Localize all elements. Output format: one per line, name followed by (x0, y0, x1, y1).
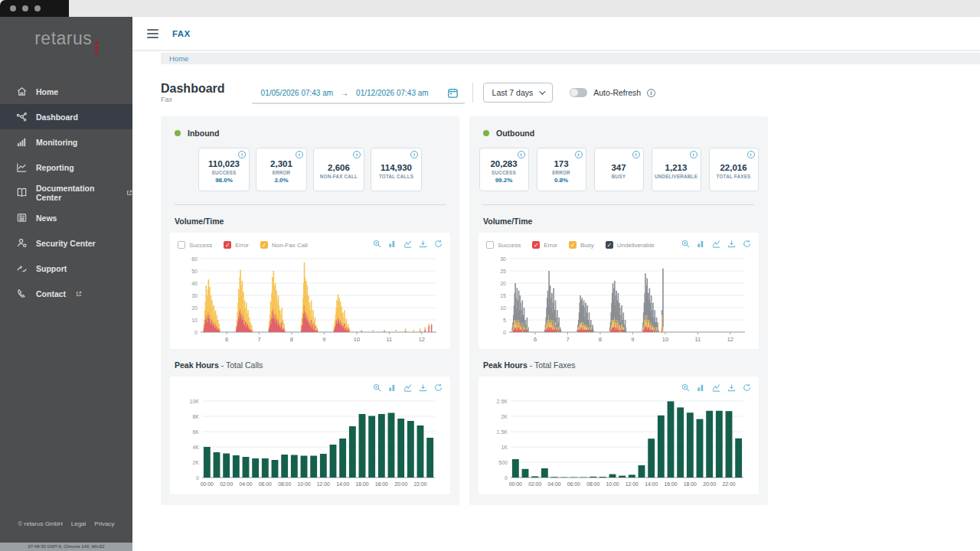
section-title-text: Volume/Time (483, 217, 532, 226)
sidebar-item-home[interactable]: Home (0, 79, 132, 104)
info-icon[interactable] (647, 89, 655, 97)
info-icon[interactable] (410, 151, 418, 158)
stat-card-undeliverable: 1,213 UNDELIVERABLE (652, 148, 701, 191)
info-icon[interactable] (575, 151, 583, 158)
sidebar-item-support[interactable]: Support (0, 256, 132, 281)
info-icon[interactable] (690, 151, 697, 158)
download-icon[interactable] (419, 240, 427, 248)
zoom-in-icon[interactable] (373, 383, 381, 392)
date-range-picker[interactable]: 01/05/2026 07:43 am → 01/12/2026 07:43 a… (252, 83, 465, 104)
download-icon[interactable] (727, 383, 736, 392)
refresh-icon[interactable] (743, 240, 751, 248)
window-minimize-button[interactable] (22, 5, 28, 11)
info-icon[interactable] (747, 151, 755, 158)
legend-nonfax[interactable]: ✓ Non-Fax Call (260, 241, 308, 249)
svg-text:2.5K: 2.5K (497, 399, 508, 404)
stat-card-busy: 347 BUSY (594, 148, 644, 191)
legend-success[interactable]: Success (178, 241, 212, 249)
checkbox-checked[interactable]: ✓ (569, 241, 577, 249)
time-range-dropdown[interactable]: Last 7 days (483, 83, 554, 103)
window-zoom-button[interactable] (34, 5, 41, 11)
legend-label: Non-Fax Call (272, 242, 308, 249)
checkbox-unchecked[interactable] (486, 241, 494, 249)
axis-scale-icon[interactable] (712, 240, 720, 248)
legend-error[interactable]: ✓ Error (532, 241, 557, 249)
svg-text:12: 12 (419, 336, 425, 343)
stat-label: NON-FAX CALL (320, 174, 358, 179)
checkbox-unchecked[interactable] (178, 241, 185, 249)
outbound-panel-header: Outbound (469, 116, 768, 138)
bar-chart-icon[interactable] (388, 383, 397, 392)
sidebar-item-security-center[interactable]: Security Center (0, 230, 132, 256)
bar-chart-icon[interactable] (697, 383, 705, 392)
legend-success[interactable]: Success (486, 241, 521, 249)
info-icon[interactable] (632, 151, 640, 158)
svg-text:8: 8 (599, 336, 602, 343)
sidebar-item-reporting[interactable]: Reporting (0, 155, 132, 180)
download-icon[interactable] (727, 240, 736, 248)
inbound-volume-title: Volume/Time (175, 217, 459, 226)
section-subtitle-text: - Total Calls (221, 360, 263, 370)
phone-icon (16, 288, 28, 299)
legend-undeliverable[interactable]: ✓ Undeliverable (606, 241, 655, 249)
checkbox-checked[interactable]: ✓ (224, 241, 231, 249)
checkbox-checked[interactable]: ✓ (606, 241, 613, 249)
svg-text:15: 15 (500, 293, 506, 298)
chart-toolbar (681, 240, 751, 248)
date-from-field[interactable]: 01/05/2026 07:43 am (261, 89, 334, 97)
logo-text: retarus (34, 28, 92, 48)
checkbox-checked[interactable]: ✓ (260, 241, 268, 249)
refresh-icon[interactable] (434, 240, 443, 248)
hamburger-menu-icon[interactable] (147, 29, 158, 38)
privacy-link[interactable]: Privacy (94, 520, 114, 527)
chart-toolbar (373, 383, 443, 392)
refresh-icon[interactable] (434, 383, 443, 392)
breadcrumb-home-link[interactable]: Home (169, 54, 188, 63)
svg-text:8K: 8K (192, 414, 199, 419)
support-icon (16, 262, 28, 274)
vertical-divider (472, 83, 473, 103)
svg-text:04:00: 04:00 (239, 481, 252, 487)
sidebar-item-contact[interactable]: Contact (0, 281, 132, 306)
info-icon[interactable] (518, 151, 525, 158)
sidebar-item-dashboard[interactable]: Dashboard (0, 104, 132, 129)
svg-text:11: 11 (387, 336, 393, 343)
auto-refresh-toggle[interactable] (570, 88, 587, 97)
outbound-stat-cards: 20,283 SUCCESS 99.2% 173 ERROR 0.8% 347 … (469, 148, 768, 191)
date-to-field[interactable]: 01/12/2026 07:43 am (356, 89, 429, 97)
bar-chart-icon[interactable] (697, 240, 705, 248)
reporting-linechart-icon (16, 161, 28, 173)
legend-label: Error (235, 242, 249, 249)
inbound-title: Inbound (188, 129, 219, 138)
sidebar-item-news[interactable]: News (0, 205, 132, 230)
svg-text:18:00: 18:00 (684, 481, 697, 487)
svg-text:20:00: 20:00 (394, 481, 407, 487)
calendar-icon[interactable] (447, 87, 459, 99)
info-icon[interactable] (296, 151, 303, 158)
svg-text:4K: 4K (192, 445, 199, 450)
zoom-in-icon[interactable] (681, 240, 690, 248)
zoom-in-icon[interactable] (681, 383, 690, 392)
axis-scale-icon[interactable] (403, 240, 412, 248)
zoom-in-icon[interactable] (373, 240, 381, 248)
page-subtitle: Fax (161, 96, 225, 103)
checkbox-checked[interactable]: ✓ (532, 241, 540, 249)
stat-percent: 2.0% (274, 177, 288, 184)
axis-scale-icon[interactable] (403, 383, 412, 392)
outbound-volume-chart-card: Success ✓ Error ✓ Busy ✓ Undeliverable (479, 233, 759, 349)
axis-scale-icon[interactable] (712, 383, 720, 392)
bar-chart-icon[interactable] (388, 240, 397, 248)
sidebar-item-monitoring[interactable]: Monitoring (0, 129, 132, 155)
sidebar-item-documentation-center[interactable]: Documentation Center (0, 180, 132, 205)
legend-busy[interactable]: ✓ Busy (569, 241, 594, 249)
window-close-button[interactable] (10, 5, 16, 11)
refresh-icon[interactable] (743, 383, 751, 392)
svg-text:10:00: 10:00 (606, 481, 619, 487)
legend-error[interactable]: ✓ Error (224, 241, 249, 249)
info-icon[interactable] (353, 151, 361, 158)
legal-link[interactable]: Legal (71, 520, 87, 527)
window-titlebar (0, 0, 980, 17)
sidebar-item-label: News (36, 214, 57, 223)
download-icon[interactable] (419, 383, 427, 392)
info-icon[interactable] (238, 151, 246, 158)
